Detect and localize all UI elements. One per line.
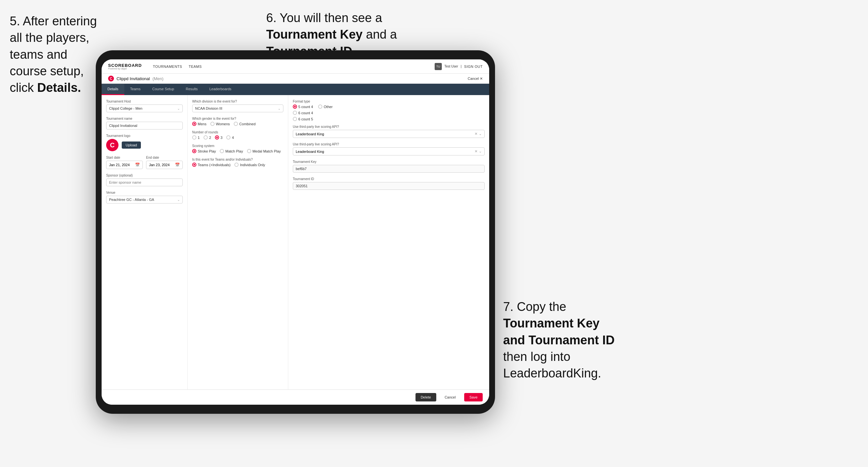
end-date-field: End date Jan 23, 2024 📅: [146, 156, 183, 169]
logo-preview: C: [106, 139, 119, 151]
gender-mens-dot: [192, 122, 196, 126]
sponsor-text-input[interactable]: [109, 181, 180, 184]
tab-course-setup[interactable]: Course Setup: [146, 84, 180, 95]
logo-group: Tournament logo C Upload: [106, 134, 183, 151]
end-cal-icon: 📅: [175, 163, 180, 167]
annotation-left-bold: Details.: [37, 81, 81, 94]
rounds-3-label: 3: [220, 136, 222, 139]
rounds-4[interactable]: 4: [226, 135, 234, 139]
format-other-dot: [318, 104, 322, 109]
rounds-4-dot: [226, 135, 230, 139]
annotation-br-l3: LeaderboardKing.: [503, 366, 601, 380]
gender-combined[interactable]: Combined: [234, 122, 255, 126]
tab-details[interactable]: Details: [102, 84, 124, 95]
tabs-bar: Details Teams Course Setup Results Leade…: [102, 84, 489, 95]
tp2-input[interactable]: Leaderboard King ✕ ⌄: [293, 147, 485, 155]
rounds-3[interactable]: 3: [215, 135, 222, 139]
format-label: Format type: [293, 100, 485, 103]
format-6count4-label: 6 count 4: [298, 111, 313, 115]
scoring-match[interactable]: Match Play: [220, 149, 243, 153]
venue-input[interactable]: Peachtree GC - Atlanta - GA ⌄: [106, 196, 183, 204]
gender-combined-dot: [234, 122, 238, 126]
scoring-medal-dot: [247, 149, 251, 153]
tab-leaderboards[interactable]: Leaderboards: [204, 84, 237, 95]
col-right: Format type 5 count 4 6 count 4: [288, 95, 489, 390]
save-button[interactable]: Save: [464, 393, 483, 401]
rounds-1[interactable]: 1: [192, 135, 199, 139]
start-label: Start date: [106, 156, 143, 159]
division-input[interactable]: NCAA Division III ⌄: [192, 104, 283, 112]
tp1-clear[interactable]: ✕: [474, 132, 477, 136]
format-6count4[interactable]: 6 count 4: [293, 111, 313, 115]
tp1-value: Leaderboard King: [296, 132, 324, 136]
individuals-dot: [235, 163, 239, 167]
logo-label: Tournament logo: [106, 134, 183, 137]
upload-button[interactable]: Upload: [122, 142, 141, 149]
teams-plus-dot: [192, 163, 196, 167]
nav-tournaments[interactable]: TOURNAMENTS: [153, 65, 182, 68]
host-input[interactable]: Clippd College - Men ⌄: [106, 104, 183, 112]
division-value: NCAA Division III: [195, 106, 222, 110]
scoring-stroke-dot: [192, 149, 196, 153]
annotation-tr-line1: 6. You will then see a: [266, 11, 382, 25]
gender-womens-dot: [210, 122, 215, 126]
host-arrow: ⌄: [177, 107, 180, 110]
format-6count5-dot: [293, 117, 297, 121]
name-group: Tournament name Clippd Invitational: [106, 117, 183, 129]
tournament-bar: C Clippd Invitational (Men) Cancel ✕: [102, 74, 489, 84]
annotation-br-bold2: and Tournament ID: [503, 333, 615, 347]
format-5count4[interactable]: 5 count 4: [293, 104, 313, 109]
host-label: Tournament Host: [106, 100, 183, 103]
teams-plus-individuals[interactable]: Teams (+Individuals): [192, 163, 230, 167]
user-avatar: TU: [435, 63, 442, 70]
cancel-button[interactable]: Cancel: [439, 393, 461, 401]
tp1-label: Use third-party live scoring API?: [293, 125, 485, 128]
format-group: Format type 5 count 4 6 count 4: [293, 100, 485, 121]
scoring-stroke[interactable]: Stroke Play: [192, 149, 216, 153]
brand: SCOREBOARD Powered by clippd: [108, 63, 142, 70]
name-input[interactable]: Clippd Invitational: [106, 122, 183, 129]
date-group: Start date Jan 21, 2024 📅 End date Jan 2…: [106, 156, 183, 169]
sign-out-link[interactable]: Sign out: [464, 65, 483, 68]
sponsor-label: Sponsor (optional): [106, 174, 183, 177]
sponsor-group: Sponsor (optional): [106, 174, 183, 186]
format-6count5-label: 6 count 5: [298, 117, 313, 121]
venue-value: Peachtree GC - Atlanta - GA: [109, 198, 154, 201]
rounds-2[interactable]: 2: [204, 135, 211, 139]
annotation-br-l2: then log into: [503, 350, 570, 364]
tab-results[interactable]: Results: [180, 84, 204, 95]
gender-womens[interactable]: Womens: [210, 122, 230, 126]
host-value: Clippd College - Men: [109, 106, 143, 110]
gender-combined-label: Combined: [239, 122, 255, 126]
end-date-input[interactable]: Jan 23, 2024 📅: [146, 161, 183, 169]
tp2-clear[interactable]: ✕: [474, 149, 477, 154]
tp1-input[interactable]: Leaderboard King ✕ ⌄: [293, 130, 485, 138]
format-6count5[interactable]: 6 count 5: [293, 117, 313, 121]
individuals-only[interactable]: Individuals Only: [235, 163, 265, 167]
start-date-input[interactable]: Jan 21, 2024 📅: [106, 161, 143, 169]
gender-mens[interactable]: Mens: [192, 122, 207, 126]
tp1-actions: ✕ ⌄: [474, 132, 482, 136]
rounds-2-label: 2: [209, 136, 211, 139]
start-date-field: Start date Jan 21, 2024 📅: [106, 156, 143, 169]
annotation-left-l5: click: [10, 81, 37, 94]
end-label: End date: [146, 156, 183, 159]
delete-button[interactable]: Delete: [415, 393, 436, 401]
nav-teams[interactable]: TEAMS: [189, 65, 202, 68]
host-group: Tournament Host Clippd College - Men ⌄: [106, 100, 183, 112]
annotation-left-l4: course setup,: [10, 64, 84, 78]
rounds-1-dot: [192, 135, 196, 139]
main-content: Tournament Host Clippd College - Men ⌄ T…: [102, 95, 489, 390]
tab-teams[interactable]: Teams: [124, 84, 146, 95]
scoring-label: Scoring system: [192, 144, 283, 148]
cancel-tournament-btn[interactable]: Cancel ✕: [468, 76, 483, 81]
sponsor-input[interactable]: [106, 179, 183, 186]
scoring-radio-group: Stroke Play Match Play Medal Match Play: [192, 149, 283, 153]
format-other[interactable]: Other: [318, 104, 333, 109]
start-value: Jan 21, 2024: [109, 163, 130, 167]
name-value: Clippd Invitational: [109, 124, 137, 128]
scoring-medal[interactable]: Medal Match Play: [247, 149, 281, 153]
col-left: Tournament Host Clippd College - Men ⌄ T…: [102, 95, 188, 390]
format-6count4-dot: [293, 111, 297, 115]
rounds-label: Number of rounds: [192, 130, 283, 134]
